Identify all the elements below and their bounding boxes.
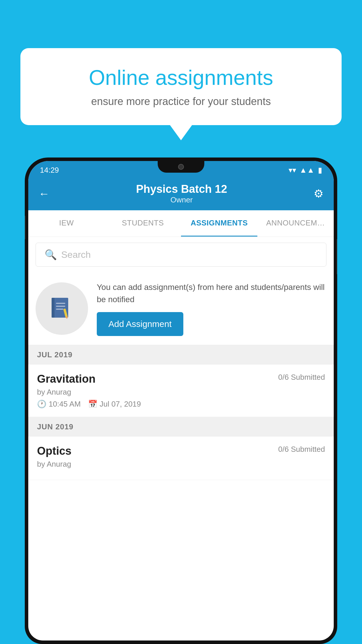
back-button[interactable]: ← [38, 188, 50, 200]
phone-notch [158, 161, 204, 173]
assignment-top: Gravitation 0/6 Submitted [37, 373, 325, 385]
assignment-time-gravitation: 🕐 10:45 AM [37, 400, 81, 409]
search-container: 🔍 Search [28, 237, 334, 272]
search-placeholder: Search [61, 249, 91, 260]
search-icon: 🔍 [45, 249, 57, 260]
front-camera [178, 164, 184, 170]
add-assignment-description: You can add assignment(s) from here and … [97, 281, 326, 306]
assignment-meta-gravitation: 🕐 10:45 AM 📅 Jul 07, 2019 [37, 400, 325, 409]
volume-button [25, 216, 25, 239]
battery-icon: ▮ [318, 166, 322, 175]
speech-bubble-subtitle: ensure more practice for your students [41, 95, 321, 108]
notebook-icon [49, 295, 75, 322]
month-header-jun: JUN 2019 [28, 417, 334, 437]
assignment-submitted-optics: 0/6 Submitted [278, 445, 325, 454]
month-header-jul: JUL 2019 [28, 345, 334, 365]
phone-frame: 14:29 ▾▾ ▲▲ ▮ ← Physics Batch 12 Owner ⚙… [25, 158, 337, 644]
content-area: 🔍 Search [28, 237, 334, 480]
speech-bubble-container: Online assignments ensure more practice … [20, 48, 342, 125]
status-icons: ▾▾ ▲▲ ▮ [289, 166, 322, 175]
wifi-icon: ▾▾ [289, 166, 296, 175]
assignment-date-gravitation: 📅 Jul 07, 2019 [88, 400, 141, 409]
speech-bubble: Online assignments ensure more practice … [20, 48, 342, 125]
tab-assignments[interactable]: ASSIGNMENTS [181, 210, 257, 237]
svg-rect-3 [56, 306, 65, 307]
signal-icon: ▲▲ [300, 166, 314, 175]
assignment-author-optics: by Anurag [37, 460, 325, 469]
assignment-author-gravitation: by Anurag [37, 388, 325, 397]
assignment-item-optics[interactable]: Optics 0/6 Submitted by Anurag [28, 437, 334, 480]
assignment-date-value: Jul 07, 2019 [100, 400, 141, 409]
status-time: 14:29 [40, 166, 59, 175]
speech-bubble-arrow [169, 124, 193, 140]
header-title: Physics Batch 12 [50, 183, 314, 195]
assignment-time-value: 10:45 AM [49, 400, 81, 409]
tab-announcements[interactable]: ANNOUNCEM… [257, 210, 334, 237]
header-center: Physics Batch 12 Owner [50, 183, 314, 204]
svg-rect-2 [56, 303, 65, 304]
notebook-icon-circle [36, 282, 88, 335]
svg-rect-1 [52, 298, 55, 318]
assignment-name-gravitation: Gravitation [37, 373, 96, 385]
search-bar[interactable]: 🔍 Search [36, 243, 326, 267]
svg-rect-4 [56, 309, 63, 310]
tab-iew[interactable]: IEW [28, 210, 105, 237]
clock-icon: 🕐 [37, 400, 46, 409]
tab-students[interactable]: STUDENTS [105, 210, 181, 237]
tab-bar: IEW STUDENTS ASSIGNMENTS ANNOUNCEM… [28, 210, 334, 237]
assignment-top-optics: Optics 0/6 Submitted [37, 445, 325, 457]
add-assignment-right: You can add assignment(s) from here and … [97, 281, 326, 336]
assignment-name-optics: Optics [37, 445, 71, 457]
power-button [337, 239, 337, 274]
speech-bubble-title: Online assignments [41, 66, 321, 90]
settings-icon[interactable]: ⚙ [314, 187, 324, 200]
app-header: ← Physics Batch 12 Owner ⚙ [28, 177, 334, 210]
assignment-submitted-gravitation: 0/6 Submitted [278, 373, 325, 382]
add-assignment-section: You can add assignment(s) from here and … [28, 272, 334, 345]
assignment-item-gravitation[interactable]: Gravitation 0/6 Submitted by Anurag 🕐 10… [28, 365, 334, 417]
phone-screen: 14:29 ▾▾ ▲▲ ▮ ← Physics Batch 12 Owner ⚙… [28, 161, 334, 640]
header-subtitle: Owner [50, 195, 314, 204]
calendar-icon: 📅 [88, 400, 97, 409]
add-assignment-button[interactable]: Add Assignment [97, 312, 183, 336]
